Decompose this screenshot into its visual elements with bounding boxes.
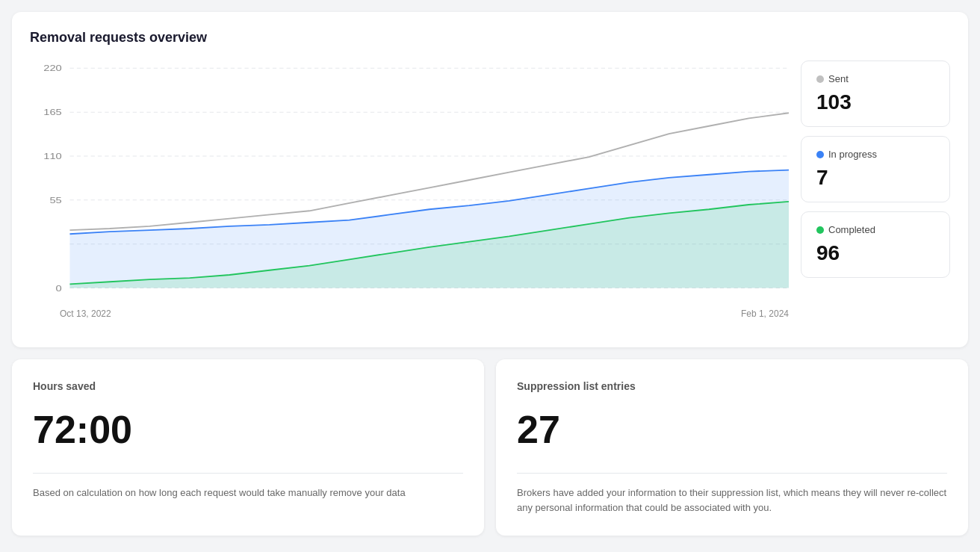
stats-panel: Sent 103 In progress 7 Completed 96 bbox=[801, 61, 950, 329]
suppression-card: Suppression list entries 27 Brokers have… bbox=[496, 359, 968, 536]
stat-completed: Completed 96 bbox=[801, 211, 950, 278]
stat-in-progress: In progress 7 bbox=[801, 136, 950, 202]
hours-saved-card: Hours saved 72:00 Based on calculation o… bbox=[12, 359, 484, 536]
chart-x-labels: Oct 13, 2022 Feb 1, 2024 bbox=[30, 303, 789, 319]
svg-text:110: 110 bbox=[43, 152, 62, 161]
stat-progress-label: In progress bbox=[816, 149, 934, 160]
svg-text:220: 220 bbox=[43, 63, 62, 73]
dot-sent bbox=[816, 75, 824, 83]
overview-title: Removal requests overview bbox=[30, 30, 950, 46]
svg-text:0: 0 bbox=[56, 283, 62, 293]
overview-body: 220 165 110 55 0 Oct 13, 2022 Feb 1, 202… bbox=[30, 61, 950, 329]
dot-progress bbox=[816, 151, 824, 158]
chart-svg: 220 165 110 55 0 bbox=[30, 61, 789, 300]
chart-area: 220 165 110 55 0 Oct 13, 2022 Feb 1, 202… bbox=[30, 61, 789, 329]
stat-sent-label: Sent bbox=[816, 73, 934, 84]
hours-saved-value: 72:00 bbox=[33, 407, 463, 452]
stat-sent: Sent 103 bbox=[801, 61, 950, 127]
overview-card: Removal requests overview 220 165 110 55… bbox=[12, 12, 968, 347]
suppression-value: 27 bbox=[517, 407, 947, 452]
dot-completed bbox=[816, 226, 824, 234]
bottom-row: Hours saved 72:00 Based on calculation o… bbox=[12, 359, 968, 536]
suppression-desc: Brokers have added your information to t… bbox=[517, 473, 947, 515]
stat-completed-label: Completed bbox=[816, 224, 934, 235]
chart-x-start: Oct 13, 2022 bbox=[60, 308, 111, 319]
chart-x-end: Feb 1, 2024 bbox=[741, 308, 789, 319]
stat-progress-value: 7 bbox=[816, 166, 934, 190]
svg-text:55: 55 bbox=[49, 196, 61, 205]
stat-completed-value: 96 bbox=[816, 241, 934, 265]
suppression-label: Suppression list entries bbox=[517, 380, 947, 392]
svg-text:165: 165 bbox=[43, 108, 62, 117]
hours-saved-label: Hours saved bbox=[33, 380, 463, 392]
stat-sent-value: 103 bbox=[816, 90, 934, 114]
hours-saved-desc: Based on calculation on how long each re… bbox=[33, 473, 463, 500]
